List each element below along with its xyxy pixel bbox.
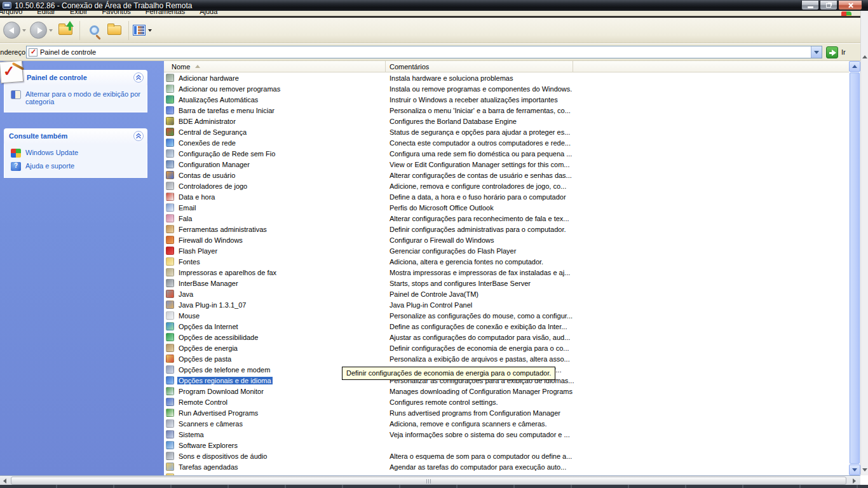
list-row-35[interactable]: Sons e dispositivos de áudioAltera o esq… [164,451,849,461]
sidebar-item[interactable]: Ajuda e suporte [11,162,143,171]
row-name-cell: Tarefas agendadas [164,463,386,471]
list-row-4[interactable]: BDE AdministratorConfigures the Borland … [164,116,849,126]
search-button[interactable] [84,21,104,40]
column-header-comentarios[interactable]: Comentários [386,61,573,72]
sidebar-panel-header[interactable]: Consulte também [4,128,147,144]
address-combo[interactable]: Painel de controle [26,46,822,58]
sidebar-panel-title: Consulte também [9,132,67,140]
host-vertical-scrollbar[interactable] [860,11,868,475]
chevron-down-icon [814,51,819,54]
scheduled-tasks-icon [166,463,174,471]
up-button[interactable] [55,21,76,40]
list-row-12[interactable]: EmailPerfis do Microsoft Office Outlook [164,202,849,213]
chevron-up-icon[interactable] [133,131,144,141]
row-name-cell: Opções da Internet [164,322,386,330]
scrollbar-thumb[interactable] [850,72,860,464]
host-scroll-down-button[interactable] [861,465,868,474]
list-row-30[interactable]: Remote ControlConfigures remote control … [164,396,849,407]
control-panel-big-icon [0,61,24,83]
list-row-34[interactable]: Software Explorers [164,440,849,451]
mail-icon [166,203,174,212]
list-row-29[interactable]: Program Download MonitorManages download… [164,386,849,396]
close-icon [848,3,853,8]
forward-button[interactable] [30,22,47,39]
list-row-3[interactable]: Barra de tarefas e menu IniciarPersonali… [164,105,849,116]
restore-button[interactable] [820,1,837,10]
list-row-18[interactable]: Impressoras e aparelhos de faxMostra imp… [164,267,849,278]
list-row-8[interactable]: Configuration ManagerView or Edit Config… [164,159,849,170]
row-name-label: Controladores de jogo [177,182,248,190]
minimize-button[interactable] [801,1,819,10]
list-row-22[interactable]: MousePersonalize as configurações do mou… [164,310,849,321]
scroll-up-button[interactable] [849,61,860,72]
menu-item-1[interactable]: Editar [34,11,58,15]
list-row-13[interactable]: FalaAlterar configurações para reconheci… [164,213,849,224]
windows-firewall-icon [166,236,174,244]
menu-item-2[interactable]: Exibir [67,11,90,15]
xp-vertical-scrollbar[interactable] [849,61,860,475]
menu-item-0[interactable]: Arquivo [0,11,25,15]
row-comment: Configurar o Firewall do Windows [386,236,849,244]
list-row-1[interactable]: Adicionar ou remover programasInstala ou… [164,83,849,94]
menu-item-3[interactable]: Favoritos [100,11,133,15]
chevron-up-icon [852,65,857,68]
list-row-20[interactable]: JavaPainel de Controle Java(TM) [164,288,849,299]
host-scroll-right-button[interactable] [850,476,859,485]
list-row-17[interactable]: FontesAdiciona, altera e gerencia fontes… [164,256,849,267]
views-button[interactable] [133,25,146,36]
row-name-label: Opções da Internet [177,323,240,330]
column-header-nome[interactable]: Nome [164,61,386,72]
row-comment: Instala hardware e soluciona problemas [386,74,849,82]
list-row-25[interactable]: Opções de energiaDefinir configurações d… [164,342,849,353]
list-row-16[interactable]: Flash PlayerGerenciar configurações do F… [164,245,849,256]
list-row-19[interactable]: InterBase ManagerStarts, stops and confi… [164,278,849,288]
forward-dropdown-icon[interactable] [49,29,53,32]
list-row-7[interactable]: Configuração de Rede sem FioConfigura um… [164,148,849,159]
row-comment: Instala ou remove programas e componente… [386,85,849,93]
row-name-label: InterBase Manager [177,280,240,287]
list-row-2[interactable]: Atualizações AutomáticasInstruir o Windo… [164,94,849,105]
list-row-14[interactable]: Ferramentas administrativasDefinir confi… [164,224,849,234]
interbase-manager-icon [166,279,174,287]
list-row-26[interactable]: Opções de pastaPersonaliza a exibição de… [164,353,849,364]
list-row-10[interactable]: Controladores de jogoAdicione, remova e … [164,180,849,191]
back-button[interactable] [3,22,20,39]
list-row-23[interactable]: Opções da InternetDefine as configuraçõe… [164,321,849,332]
list-row-24[interactable]: Opções de acessibilidadeAjustar as confi… [164,332,849,342]
list-row-9[interactable]: Contas de usuárioAlterar configurações d… [164,170,849,180]
list-row-5[interactable]: Central de SegurançaStatus de segurança … [164,126,849,137]
list-row-36[interactable]: Tarefas agendadasAgendar as tarefas do c… [164,461,849,472]
close-button[interactable] [838,1,862,10]
list-row-32[interactable]: Scanners e câmerasAdiciona, remove e con… [164,418,849,429]
host-horizontal-scrollbar[interactable] [0,475,860,485]
list-row-31[interactable]: Run Advertised ProgramsRuns advertised p… [164,407,849,418]
list-row-6[interactable]: Conexões de redeConecta este computador … [164,137,849,148]
list-row-33[interactable]: SistemaVeja informações sobre o sistema … [164,429,849,440]
host-scroll-up-button[interactable] [861,52,868,61]
scroll-down-button[interactable] [849,464,860,475]
sidebar-item[interactable]: Windows Update [11,149,143,158]
row-name-label: Software Explorers [177,442,239,449]
go-button[interactable] [826,46,838,58]
folders-button[interactable] [104,21,125,40]
row-name-label: Opções de pasta [177,355,233,363]
list-row-0[interactable]: Adicionar hardwareInstala hardware e sol… [164,72,849,83]
views-dropdown-icon[interactable] [148,29,152,32]
titlebar[interactable]: 10.50.62.86 - Conexão de Área de Trabalh… [0,0,868,11]
speech-icon [166,214,174,222]
menu-item-5[interactable]: Ajuda [197,11,220,15]
list-row-21[interactable]: Java Plug-in 1.3.1_07Java Plug-in Contro… [164,299,849,310]
row-name-label: Adicionar hardware [177,74,240,82]
sidebar-panel-header[interactable]: Painel de controle [4,70,147,85]
back-dropdown-icon[interactable] [22,29,26,32]
host-hscroll-thumb[interactable] [11,477,846,485]
address-dropdown-button[interactable] [811,46,822,58]
host-scroll-left-button[interactable] [0,476,10,485]
list-row-15[interactable]: Firewall do WindowsConfigurar o Firewall… [164,234,849,245]
sidebar-item[interactable]: Alternar para o modo de exibição por cat… [11,90,143,105]
list-row-11[interactable]: Data e horaDefine a data, a hora e o fus… [164,191,849,202]
row-name-label: Opções de acessibilidade [177,334,259,341]
host-taskbar-strip[interactable] [0,485,868,488]
menu-item-4[interactable]: Ferramentas [143,11,187,15]
chevron-up-icon[interactable] [133,72,144,83]
